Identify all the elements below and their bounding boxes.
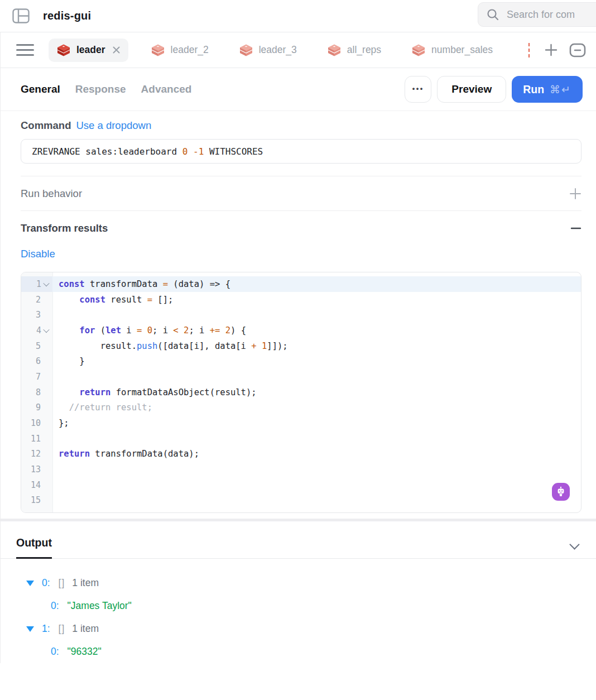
request-nav: GeneralResponseAdvanced: [21, 83, 191, 95]
run-behavior-title: Run behavior: [21, 188, 82, 200]
redis-gui-window: redis-gui Search for com leader lea: [0, 0, 596, 700]
output-key: 1:: [42, 623, 50, 635]
tab-list: leader leader_2 leader_3: [49, 39, 501, 62]
tab-overflow-indicator: [528, 43, 530, 57]
code-line-1[interactable]: 1const transformData = (data) => {: [21, 276, 581, 292]
code-line-5[interactable]: 5 result.push([data[i], data[i + 1]]);: [21, 338, 581, 354]
plus-icon: [544, 43, 558, 57]
code-line-4[interactable]: 4 for (let i = 0; i < 2; i += 2) {: [21, 323, 581, 338]
redis-icon: [151, 44, 165, 57]
tab-leader[interactable]: leader: [49, 39, 128, 62]
run-shortcut: ⌘↵: [550, 83, 571, 96]
output-count: 1 item: [72, 577, 99, 589]
output-count: 1 item: [72, 623, 99, 635]
chevron-down-icon[interactable]: [569, 539, 579, 549]
tab-leader_2[interactable]: leader_2: [143, 39, 217, 62]
transform-results-title: Transform results: [21, 222, 108, 234]
app-header: redis-gui Search for com: [0, 0, 596, 32]
code-line-2[interactable]: 2 const result = [];: [21, 292, 581, 308]
code-line-3[interactable]: 3: [21, 307, 581, 323]
redis-icon: [56, 44, 71, 57]
nav-tab-response[interactable]: Response: [75, 83, 126, 95]
output-tree: 0:[]1 item0:"James Taylor"1:[]1 item0:"9…: [1, 559, 596, 663]
output-header: Output: [1, 521, 596, 559]
tab-label: leader_3: [259, 44, 297, 56]
code-line-10[interactable]: 10};: [21, 415, 581, 431]
tab-bar: leader leader_2 leader_3: [1, 32, 596, 68]
redis-icon: [327, 44, 342, 57]
code-line-12[interactable]: 12return transformData(data);: [21, 447, 581, 462]
tab-label: all_reps: [347, 44, 381, 56]
output-panel: Output 0:[]1 item0:"James Taylor"1:[]1 i…: [1, 521, 596, 663]
code-line-8[interactable]: 8 return formatDataAsObject(result);: [21, 385, 581, 400]
use-dropdown-link[interactable]: Use a dropdown: [76, 119, 151, 132]
command-input[interactable]: ZREVRANGE sales:leaderboard 0 -1 WITHSCO…: [21, 139, 581, 164]
tab-number_sales[interactable]: number_sales: [403, 39, 501, 62]
expand-triangle-icon[interactable]: [26, 626, 34, 632]
output-key: 0:: [51, 646, 59, 658]
code-line-11[interactable]: 11: [21, 431, 581, 447]
collapse-minus-icon[interactable]: [570, 223, 581, 234]
collapse-panel-button[interactable]: [569, 43, 586, 57]
run-label: Run: [523, 83, 544, 96]
nav-tab-general[interactable]: General: [21, 83, 60, 95]
preview-button[interactable]: Preview: [437, 76, 506, 103]
minus-box-icon: [569, 43, 586, 57]
close-icon[interactable]: [112, 46, 121, 54]
output-row: 0:"James Taylor": [1, 594, 596, 617]
run-behavior-section[interactable]: Run behavior: [21, 176, 581, 210]
redis-icon: [239, 44, 253, 57]
command-label: Command: [21, 119, 71, 132]
output-bracket: []: [59, 623, 65, 635]
output-row: 0:[]1 item: [1, 572, 596, 594]
output-key: 0:: [42, 577, 50, 589]
request-editor-panel: Command Use a dropdown ZREVRANGE sales:l…: [1, 119, 596, 513]
redis-icon: [411, 44, 426, 57]
code-line-6[interactable]: 6 }: [21, 353, 581, 369]
tab-bar-controls: [528, 43, 586, 57]
output-row: 1:[]1 item: [1, 617, 596, 640]
disable-transform-link[interactable]: Disable: [21, 248, 55, 260]
output-key: 0:: [51, 600, 59, 612]
menu-icon[interactable]: [16, 44, 34, 56]
output-value: "James Taylor": [68, 600, 132, 612]
run-button[interactable]: Run ⌘↵: [512, 76, 583, 103]
code-line-9[interactable]: 9 //return result;: [21, 400, 581, 416]
robot-icon: [555, 486, 566, 497]
transform-results-section[interactable]: Transform results: [21, 211, 581, 245]
search-icon: [487, 8, 499, 21]
tab-all_reps[interactable]: all_reps: [319, 39, 389, 62]
code-line-15[interactable]: 15: [21, 493, 581, 509]
request-toolbar: GeneralResponseAdvanced ••• Preview Run …: [1, 68, 596, 111]
fold-chevron-icon: [43, 280, 49, 286]
fold-chevron-icon: [43, 327, 49, 333]
expand-plus-icon[interactable]: [569, 188, 581, 200]
app-title: redis-gui: [43, 9, 91, 22]
code-line-7[interactable]: 7: [21, 369, 581, 385]
code-editor[interactable]: 1const transformData = (data) => {2 cons…: [21, 272, 581, 513]
output-bracket: []: [59, 577, 65, 589]
output-value: "96332": [68, 646, 102, 658]
nav-tab-advanced[interactable]: Advanced: [141, 83, 192, 95]
tab-leader_3[interactable]: leader_3: [231, 39, 305, 62]
toolbar-actions: ••• Preview Run ⌘↵: [405, 76, 583, 103]
add-tab-button[interactable]: [544, 43, 558, 57]
output-row: 0:"96332": [1, 640, 596, 663]
sidebar-toggle-icon[interactable]: [12, 8, 30, 23]
search-placeholder: Search for com: [507, 9, 575, 21]
command-row: Command Use a dropdown: [21, 119, 581, 132]
code-line-14[interactable]: 14: [21, 477, 581, 493]
search-input[interactable]: Search for com: [478, 2, 596, 27]
tab-label: number_sales: [431, 44, 493, 56]
more-options-button[interactable]: •••: [405, 76, 431, 103]
code-line-13[interactable]: 13: [21, 462, 581, 477]
expand-triangle-icon[interactable]: [26, 581, 34, 586]
code-lines: 1const transformData = (data) => {2 cons…: [21, 272, 581, 508]
ai-assistant-button[interactable]: [552, 483, 570, 501]
tab-label: leader: [76, 44, 105, 56]
tab-label: leader_2: [171, 44, 209, 56]
output-tab[interactable]: Output: [16, 536, 52, 559]
